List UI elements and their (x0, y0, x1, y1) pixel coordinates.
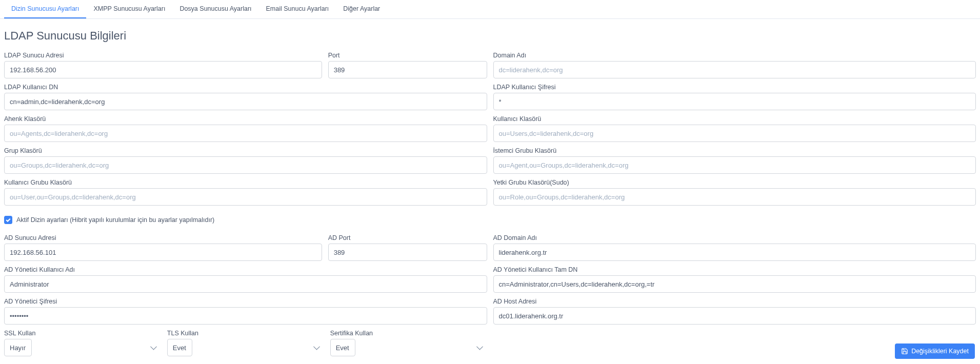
tab-xmpp-server[interactable]: XMPP Sunucusu Ayarları (86, 0, 172, 18)
tab-email-server[interactable]: Email Sunucu Ayarları (259, 0, 336, 18)
tab-file-server[interactable]: Dosya Sunucusu Ayarları (172, 0, 258, 18)
ahenk-folder-label: Ahenk Klasörü (4, 115, 487, 123)
port-input[interactable] (328, 61, 487, 78)
sudo-group-folder-label: Yetki Grubu Klasörü(Sudo) (493, 179, 976, 186)
ldap-server-addr-label: LDAP Sunucu Adresi (4, 52, 322, 59)
ad-enable-label: Aktif Dizin ayarları (Hibrit yapılı kuru… (16, 216, 214, 224)
ad-admin-full-dn-input[interactable] (493, 275, 976, 293)
cert-use-label: Sertifika Kullan (330, 330, 487, 337)
tls-use-label: TLS Kullan (167, 330, 324, 337)
ldap-server-addr-input[interactable] (4, 61, 322, 78)
user-folder-label: Kullanıcı Klasörü (493, 115, 976, 123)
ad-host-addr-input[interactable] (493, 307, 976, 325)
sudo-group-folder-input[interactable] (493, 188, 976, 206)
ldap-user-dn-label: LDAP Kullanıcı DN (4, 84, 487, 91)
ad-admin-pass-label: AD Yönetici Şifresi (4, 298, 487, 305)
domain-name-label: Domain Adı (493, 52, 976, 59)
ahenk-folder-input[interactable] (4, 125, 487, 142)
ldap-user-pass-label: LDAP Kullanıcı Şifresi (493, 84, 976, 91)
cert-use-select[interactable]: Evet (330, 339, 355, 356)
ssl-use-label: SSL Kullan (4, 330, 161, 337)
group-folder-label: Grup Klasörü (4, 147, 487, 154)
tab-directory-server[interactable]: Dizin Sunucusu Ayarları (4, 0, 86, 18)
save-icon (901, 348, 908, 355)
ad-server-addr-input[interactable] (4, 244, 322, 261)
user-group-folder-label: Kullanıcı Grubu Klasörü (4, 179, 487, 186)
client-group-folder-label: İstemci Grubu Klasörü (493, 147, 976, 154)
save-button[interactable]: Değişiklikleri Kaydet (895, 343, 975, 359)
tls-use-select[interactable]: Evet (167, 339, 192, 356)
ad-admin-full-dn-label: AD Yönetici Kullanıcı Tam DN (493, 266, 976, 273)
tab-other-settings[interactable]: Diğer Ayarlar (336, 0, 387, 18)
page-title: LDAP Sunucusu Bilgileri (4, 29, 976, 43)
ad-admin-user-input[interactable] (4, 275, 487, 293)
ad-domain-label: AD Domain Adı (493, 234, 976, 241)
ldap-user-dn-input[interactable] (4, 93, 487, 110)
ad-domain-input[interactable] (493, 244, 976, 261)
domain-name-input[interactable] (493, 61, 976, 78)
ad-port-input[interactable] (328, 244, 487, 261)
check-icon (5, 217, 11, 223)
ssl-use-select[interactable]: Hayır (4, 339, 32, 356)
ad-enable-checkbox[interactable] (4, 216, 12, 224)
ldap-user-pass-input[interactable] (493, 93, 976, 110)
port-label: Port (328, 52, 487, 59)
ad-admin-pass-input[interactable] (4, 307, 487, 325)
ad-host-addr-label: AD Host Adresi (493, 298, 976, 305)
save-button-label: Değişiklikleri Kaydet (911, 348, 969, 355)
client-group-folder-input[interactable] (493, 156, 976, 174)
group-folder-input[interactable] (4, 156, 487, 174)
ad-server-addr-label: AD Sunucu Adresi (4, 234, 322, 241)
user-folder-input[interactable] (493, 125, 976, 142)
ad-port-label: AD Port (328, 234, 487, 241)
user-group-folder-input[interactable] (4, 188, 487, 206)
ad-admin-user-label: AD Yönetici Kullanıcı Adı (4, 266, 487, 273)
tabs-bar: Dizin Sunucusu Ayarları XMPP Sunucusu Ay… (0, 0, 980, 19)
